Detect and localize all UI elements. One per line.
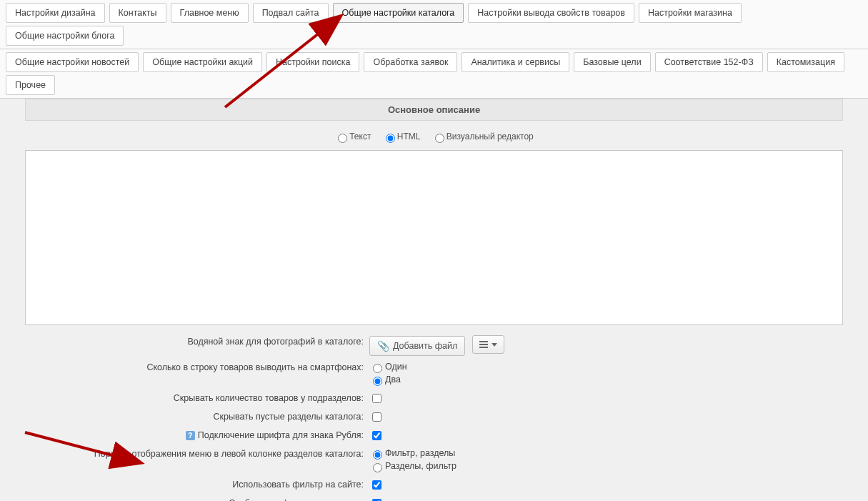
use-filter-label: Использовать фильтр на сайте: (0, 477, 368, 490)
editor-mode-selector: Текст HTML Визуальный редактор (0, 128, 868, 147)
tab-tabs1-7[interactable]: Общие настройки блога (6, 26, 124, 46)
tab-tabs1-6[interactable]: Настройки магазина (639, 3, 742, 23)
tab-tabs2-6[interactable]: Соответствие 152-ФЗ (655, 52, 763, 72)
tab-tabs2-3[interactable]: Обработка заявок (364, 52, 457, 72)
smartphone-label: Сколько в строку товаров выводить на сма… (0, 360, 368, 372)
bars-icon (479, 339, 488, 349)
tab-tabs2-7[interactable]: Кастомизация (767, 52, 844, 72)
tab-tabs2-1[interactable]: Общие настройки акций (143, 52, 262, 72)
watermark-label: Водяной знак для фотографий в каталоге: (0, 334, 368, 347)
ruble-font-label: ?Подключение шрифта для знака Рубля: (0, 428, 368, 440)
ruble-font-checkbox[interactable] (372, 431, 381, 440)
tab-tabs2-0[interactable]: Общие настройки новостей (6, 52, 139, 72)
clip-icon: 📎 (377, 340, 389, 352)
description-textarea[interactable] (25, 150, 843, 325)
tab-tabs1-0[interactable]: Настройки дизайна (6, 3, 105, 23)
tabs-row-2: Общие настройки новостейОбщие настройки … (0, 49, 868, 99)
tab-tabs1-5[interactable]: Настройки вывода свойств товаров (468, 3, 634, 23)
editor-mode-text-radio[interactable] (338, 134, 347, 143)
smartphone-one[interactable]: Один (369, 361, 868, 374)
tab-tabs2-5[interactable]: Базовые цели (574, 52, 650, 72)
smartphone-two[interactable]: Два (369, 374, 868, 387)
tabs-row-1: Настройки дизайнаКонтактыГлавное менюПод… (0, 0, 868, 49)
hide-empty-label: Скрывать пустые разделы каталога: (0, 410, 368, 422)
tab-tabs1-2[interactable]: Главное меню (171, 3, 249, 23)
file-options-button[interactable] (472, 335, 504, 354)
tab-tabs1-3[interactable]: Подвал сайта (253, 3, 329, 23)
help-icon[interactable]: ? (186, 431, 195, 440)
use-filter-checkbox[interactable] (372, 480, 381, 490)
tab-tabs2-2[interactable]: Настройки поиска (266, 52, 359, 72)
filter-open-label: Отображать фильтр раскрытым: (0, 496, 368, 501)
editor-mode-visual-radio[interactable] (435, 134, 444, 143)
editor-mode-html[interactable]: HTML (382, 132, 421, 142)
tab-tabs1-1[interactable]: Контакты (109, 3, 166, 23)
menu-order-opt2[interactable]: Разделы, фильтр (369, 460, 868, 473)
menu-order-opt1[interactable]: Фильтр, разделы (369, 447, 868, 460)
tab-tabs1-4[interactable]: Общие настройки каталога (333, 3, 464, 23)
tab-tabs2-4[interactable]: Аналитика и сервисы (462, 52, 569, 72)
chevron-down-icon (492, 343, 497, 347)
editor-mode-html-radio[interactable] (386, 134, 395, 143)
menu-order-label: Порядок отображения меню в левой колонке… (0, 447, 368, 459)
editor-mode-text[interactable]: Текст (334, 132, 371, 142)
add-file-button[interactable]: 📎 Добавить файл (369, 336, 465, 356)
editor-mode-visual[interactable]: Визуальный редактор (431, 132, 534, 142)
hide-count-label: Скрывать количество товаров у подраздело… (0, 391, 368, 403)
hide-count-checkbox[interactable] (372, 394, 381, 403)
section-title: Основное описание (25, 99, 843, 121)
hide-empty-checkbox[interactable] (372, 412, 381, 422)
tab-tabs2-8[interactable]: Прочее (6, 75, 55, 95)
